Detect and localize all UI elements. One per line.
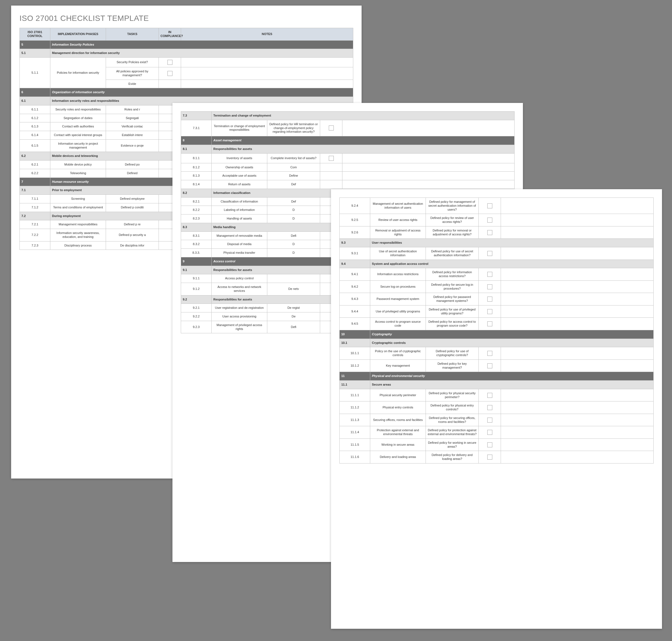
notes-cell[interactable] — [342, 163, 515, 172]
notes-cell[interactable] — [501, 281, 654, 293]
table-row: 11.1Secure areas — [340, 381, 654, 389]
table-row: 5.1Management direction for information … — [20, 49, 353, 58]
compliance-checkbox[interactable] — [167, 60, 173, 65]
notes-cell[interactable] — [181, 67, 353, 80]
control-id: 9.4.4 — [340, 305, 370, 318]
compliance-checkbox[interactable] — [487, 454, 492, 460]
compliance-cell — [479, 401, 501, 414]
subsection-id: 7.2 — [20, 212, 50, 220]
notes-cell[interactable] — [501, 214, 654, 227]
compliance-checkbox[interactable] — [167, 71, 173, 76]
table-row: 9.4.3Password management systemDefined p… — [340, 293, 654, 305]
task-text: All policies approved by management? — [106, 67, 159, 80]
table-row: 8.1.3Acceptable use of assetsDefine — [181, 172, 515, 180]
section-label: Organization of information security — [50, 88, 353, 97]
implementation-phase: Segregation of duties — [50, 114, 106, 122]
table-row: 8Asset management — [181, 136, 515, 145]
task-text: Defined policy for use of secret authent… — [426, 247, 479, 260]
implementation-phase: Inventory of assets — [212, 153, 267, 163]
control-id: 9.2.5 — [340, 214, 370, 227]
task-text: Evidence o proje — [106, 139, 159, 152]
table-row: 8.1Responsibilities for assets — [181, 145, 515, 153]
section-id: 8 — [181, 136, 212, 145]
notes-cell[interactable] — [501, 293, 654, 305]
header-control: ISO 27001 CONTROL — [20, 28, 50, 41]
notes-cell[interactable] — [181, 80, 353, 88]
compliance-checkbox[interactable] — [487, 309, 492, 314]
notes-cell[interactable] — [181, 58, 353, 67]
task-text: De — [267, 312, 320, 321]
control-id: 6.2.1 — [20, 161, 50, 169]
notes-cell[interactable] — [342, 172, 515, 180]
compliance-checkbox[interactable] — [487, 393, 492, 398]
compliance-checkbox[interactable] — [487, 230, 492, 235]
notes-cell[interactable] — [501, 198, 654, 214]
compliance-checkbox[interactable] — [487, 251, 492, 256]
task-text: D — [267, 206, 320, 215]
notes-cell[interactable] — [501, 318, 654, 330]
task-text: Defined policy for secure log-in procedu… — [426, 281, 479, 293]
compliance-checkbox[interactable] — [487, 218, 492, 222]
control-id: 8.1.4 — [181, 180, 212, 189]
notes-cell[interactable] — [501, 414, 654, 426]
compliance-checkbox[interactable] — [487, 297, 492, 302]
task-text: Def — [267, 197, 320, 206]
compliance-checkbox[interactable] — [329, 125, 334, 131]
notes-cell[interactable] — [501, 347, 654, 360]
notes-cell[interactable] — [342, 120, 515, 136]
section-label: Information Security Policies — [50, 40, 353, 49]
compliance-checkbox[interactable] — [487, 351, 492, 356]
compliance-checkbox[interactable] — [487, 430, 492, 435]
task-text: Defi — [267, 231, 320, 240]
notes-cell[interactable] — [501, 451, 654, 464]
subsection-id: 10.1 — [340, 339, 370, 347]
table-row: 11.1.4Protection against external and en… — [340, 426, 654, 439]
table-row: 9.4.1Information access restrictionsDefi… — [340, 268, 654, 281]
task-text: Defined policy for HR termination or cha… — [267, 120, 320, 136]
compliance-checkbox[interactable] — [487, 203, 492, 208]
notes-cell[interactable] — [501, 389, 654, 401]
notes-cell[interactable] — [501, 401, 654, 414]
implementation-phase: Removal or adjustment of access rights — [370, 226, 426, 239]
task-text: Defined policy for use of privileged uti… — [426, 305, 479, 318]
subsection-id: 6.1 — [20, 97, 50, 106]
subsection-label: System and application access control — [370, 260, 654, 268]
control-id: 9.4.3 — [340, 293, 370, 305]
notes-cell[interactable] — [342, 153, 515, 163]
task-text: Defined policy for delivery and loading … — [426, 451, 479, 464]
compliance-checkbox[interactable] — [487, 321, 492, 326]
section-id: 5 — [20, 40, 50, 49]
notes-cell[interactable] — [501, 438, 654, 451]
notes-cell[interactable] — [501, 426, 654, 439]
notes-cell[interactable] — [501, 305, 654, 318]
table-row: 9.3.1Use of secret authentication inform… — [340, 247, 654, 260]
control-id: 9.2.2 — [181, 312, 212, 321]
notes-cell[interactable] — [501, 226, 654, 239]
notes-cell[interactable] — [342, 180, 515, 189]
control-id: 7.1.1 — [20, 195, 50, 203]
compliance-checkbox[interactable] — [487, 405, 492, 410]
notes-cell[interactable] — [501, 268, 654, 281]
notes-cell[interactable] — [501, 359, 654, 372]
implementation-phase: Terms and conditions of employment — [50, 203, 106, 212]
table-row: 8.1.1Inventory of assetsComplete invento… — [181, 153, 515, 163]
compliance-checkbox[interactable] — [487, 418, 492, 423]
compliance-checkbox[interactable] — [329, 156, 334, 161]
compliance-checkbox[interactable] — [487, 272, 492, 277]
control-id: 9.1.2 — [181, 283, 212, 296]
notes-cell[interactable] — [501, 247, 654, 260]
table-row: 10.1.1Policy on the use of cryptographic… — [340, 347, 654, 360]
compliance-checkbox[interactable] — [487, 442, 492, 447]
table-row: 9.4.2Secure log-on proceduresDefined pol… — [340, 281, 654, 293]
implementation-phase: Disposal of media — [212, 240, 267, 249]
section-id: 10 — [340, 330, 370, 339]
table-row: 10Cryptography — [340, 330, 654, 339]
control-id: 11.1.1 — [340, 389, 370, 401]
compliance-checkbox[interactable] — [487, 284, 492, 289]
implementation-phase: Classification of information — [212, 197, 267, 206]
compliance-cell — [479, 451, 501, 464]
implementation-phase: Information security awareness, educatio… — [50, 229, 106, 242]
compliance-checkbox[interactable] — [487, 363, 492, 368]
header-phases: IMPLEMENTATION PHASES — [50, 28, 106, 41]
implementation-phase: Secure log-on procedures — [370, 281, 426, 293]
